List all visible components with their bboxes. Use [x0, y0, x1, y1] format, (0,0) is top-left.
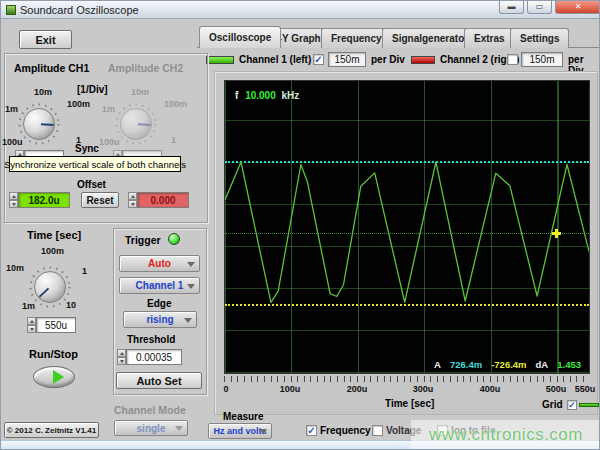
auto-set-button[interactable]: Auto Set — [116, 372, 202, 389]
dropdown-arrow-icon — [187, 262, 195, 267]
trigger-source-dropdown[interactable]: Channel 1 — [119, 277, 200, 294]
oscilloscope-plot[interactable]: f 10.000 kHz A 726.4m -726.4m dA 1.453 — [224, 80, 590, 374]
tab-frequency[interactable]: Frequency — [321, 28, 392, 48]
trigger-edge-value: rising — [146, 314, 173, 325]
channel-mode-dropdown[interactable]: single — [114, 420, 188, 436]
readout-min-value: -726.4m — [491, 359, 526, 370]
threshold-control[interactable]: 0.00035 — [117, 349, 182, 365]
voltage-checkbox[interactable] — [372, 425, 383, 436]
time-knob-label-left: 10m — [6, 263, 24, 273]
channel2-color-swatch — [411, 56, 435, 64]
trigger-mode-dropdown[interactable]: Auto — [119, 255, 200, 272]
ch2-knob-label-left: 1m — [102, 104, 115, 114]
threshold-field[interactable]: 0.00035 — [126, 349, 182, 365]
version-label: © 2012 C. Zeitnitz V1.41 — [4, 422, 99, 438]
ch2-knob-label-bottom-right: 1 — [171, 135, 176, 145]
time-knob-label-bottom-right: 10 — [66, 300, 76, 310]
offset-ch2-control[interactable]: 0.000 — [128, 192, 189, 208]
frequency-checkbox-label: Frequency — [320, 425, 371, 436]
grid-checkbox[interactable]: ✓ — [567, 400, 577, 410]
channel-mode-value: single — [137, 423, 166, 434]
channel1-per-div-field[interactable]: 150m — [328, 52, 366, 67]
x-tick-200u: 200u — [347, 384, 368, 394]
sync-label: Sync — [75, 143, 99, 154]
run-stop-label: Run/Stop — [29, 348, 78, 360]
channel1-visible-checkbox[interactable]: ✓ — [313, 54, 324, 65]
amplitude-unit-label: [1/Div] — [77, 84, 108, 95]
amplitude-ch2-knob[interactable] — [114, 102, 158, 146]
oscilloscope-graph-panel: f 10.000 kHz A 726.4m -726.4m dA 1.453 0… — [214, 71, 598, 415]
ch1-knob-label-right: 100m — [67, 99, 90, 109]
readout-da-value: 1.453 — [557, 359, 581, 370]
time-knob-label-bottom-left: 1m — [22, 301, 35, 311]
frequency-value: 10.000 — [245, 90, 276, 101]
waveform-trace — [225, 81, 590, 374]
ch1-knob-label-left: 1m — [5, 104, 18, 114]
watermark: www.cntronics.com — [411, 420, 600, 449]
channel2-visible-checkbox[interactable] — [507, 54, 518, 65]
channel1-color-swatch — [206, 56, 234, 64]
frequency-readout: f 10.000 kHz — [235, 90, 299, 101]
x-tick-500u: 500u — [546, 384, 567, 394]
offset-title: Offset — [77, 179, 106, 190]
grid-channel-color-swatch — [579, 403, 599, 407]
sync-tooltip: Synchronize vertical scale of both chann… — [9, 156, 181, 172]
readout-max-value: 726.4m — [450, 359, 482, 370]
spinner[interactable] — [9, 192, 18, 208]
channel-mode-label: Channel Mode — [114, 404, 186, 416]
frequency-prefix: f — [235, 90, 238, 101]
tab-extras[interactable]: Extras — [464, 28, 515, 48]
tab-settings[interactable]: Settings — [510, 28, 569, 48]
offset-ch1-control[interactable]: 182.0u — [9, 192, 70, 208]
trigger-edge-dropdown[interactable]: rising — [123, 311, 197, 328]
trigger-source-value: Channel 1 — [136, 280, 184, 291]
trigger-led — [168, 233, 180, 245]
trigger-mode-value: Auto — [148, 258, 171, 269]
grid-label: Grid — [542, 399, 563, 410]
run-stop-button[interactable] — [33, 366, 75, 388]
offset-reset-button[interactable]: Reset — [81, 192, 119, 208]
readout-da-label: dA — [536, 359, 549, 370]
trigger-title: Trigger — [125, 234, 161, 246]
measure-title: Measure — [223, 411, 264, 422]
x-tick-400u: 400u — [480, 384, 501, 394]
spinner[interactable] — [128, 192, 137, 208]
time-value-field[interactable]: 550u — [36, 317, 76, 333]
exit-button[interactable]: Exit — [19, 30, 72, 49]
channel2-per-div-field[interactable]: 150m — [521, 52, 563, 67]
channel1-label: Channel 1 (left) — [239, 54, 311, 65]
dropdown-arrow-icon — [184, 318, 192, 323]
time-knob-label-right: 1 — [82, 266, 87, 276]
play-icon — [53, 370, 64, 384]
soundcard-oscilloscope-window: { "window": { "title": "Soundcard Oszill… — [0, 0, 600, 450]
time-value-control[interactable]: 550u — [27, 317, 76, 333]
maximize-button[interactable]: ▭ — [527, 1, 552, 14]
time-title: Time [sec] — [27, 229, 81, 241]
measure-mode-dropdown[interactable]: Hz and volts — [208, 423, 272, 439]
x-axis-title: Time [sec] — [385, 398, 434, 409]
minimize-button[interactable]: ▬ — [499, 1, 524, 14]
offset-ch1-field[interactable]: 182.0u — [18, 192, 70, 208]
edge-label: Edge — [147, 298, 171, 309]
x-axis-tick-strip — [224, 376, 590, 382]
amplitude-ch1-title: Amplitude CH1 — [14, 62, 89, 74]
close-button[interactable]: ✕ — [555, 1, 600, 14]
spinner[interactable] — [117, 349, 126, 365]
readout-a-label: A — [434, 359, 441, 370]
amplitude-readout: A 726.4m -726.4m dA 1.453 — [434, 359, 581, 370]
window-title: Soundcard Oszilloscope — [20, 4, 139, 16]
x-tick-300u: 300u — [413, 384, 434, 394]
dropdown-arrow-icon — [175, 426, 183, 431]
threshold-label: Threshold — [127, 334, 175, 345]
frequency-unit: kHz — [282, 90, 300, 101]
offset-ch2-field[interactable]: 0.000 — [137, 192, 189, 208]
crosshair-cursor-icon[interactable] — [552, 229, 561, 238]
app-icon — [6, 5, 16, 15]
frequency-checkbox[interactable]: ✓ — [306, 425, 317, 436]
ch2-knob-label-bottom-left: 100u — [99, 137, 120, 147]
spinner[interactable] — [27, 317, 36, 333]
amplitude-ch1-knob[interactable] — [17, 102, 61, 146]
x-tick-550u: 550u — [575, 384, 596, 394]
tab-oscilloscope[interactable]: Oscilloscope — [199, 26, 281, 48]
x-tick-0: 0 — [223, 384, 228, 394]
